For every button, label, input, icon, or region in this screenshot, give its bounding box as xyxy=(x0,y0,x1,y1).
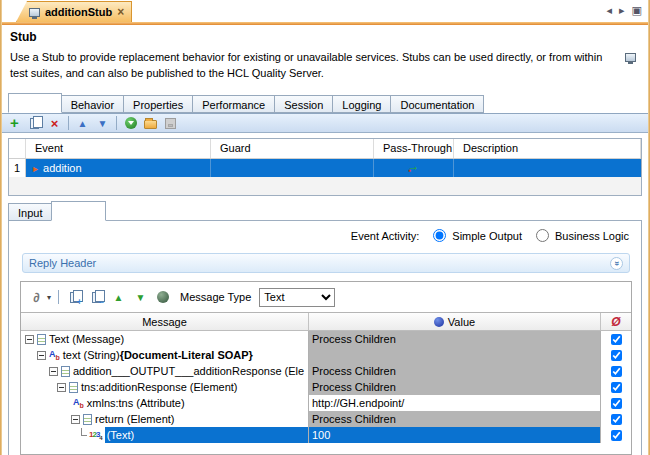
row-number-header xyxy=(9,139,26,158)
tab-events[interactable]: Events xyxy=(8,93,62,113)
refresh-button[interactable] xyxy=(154,289,171,305)
include-checkbox[interactable] xyxy=(611,398,622,409)
paste-add-icon: + xyxy=(70,292,79,303)
nav-back-icon[interactable]: ◂ xyxy=(607,3,613,17)
toolbar-separator xyxy=(58,290,59,304)
folder-icon xyxy=(144,120,157,129)
event-row-addition[interactable]: 1 ▸ addition → ▪ xyxy=(9,159,641,177)
tab-session[interactable]: Session xyxy=(274,95,333,113)
reply-header-section[interactable]: Reply Header » xyxy=(22,253,630,273)
delete-event-button[interactable]: × xyxy=(46,115,63,131)
tab-performance[interactable]: Performance xyxy=(192,95,275,113)
include-checkbox[interactable] xyxy=(611,382,622,393)
stub-icon xyxy=(29,8,40,17)
message-row-return[interactable]: return (Element) Process Children xyxy=(21,411,631,427)
element-node-icon xyxy=(61,366,70,377)
business-logic-radio[interactable] xyxy=(536,229,549,242)
collapse-toggle-icon[interactable] xyxy=(49,367,58,376)
move-field-up-button[interactable]: ▲ xyxy=(110,289,127,305)
include-checkbox[interactable] xyxy=(611,350,622,361)
tab-behavior[interactable]: Behavior xyxy=(61,95,124,113)
collapse-toggle-icon[interactable] xyxy=(37,351,46,360)
paste-add-button[interactable]: + xyxy=(66,289,83,305)
element-node-icon xyxy=(69,382,78,393)
copy-message-icon: − xyxy=(92,292,101,303)
window-list-icon[interactable]: ▣ xyxy=(632,3,642,17)
package-button[interactable] xyxy=(142,115,159,131)
column-event[interactable]: Event xyxy=(26,139,211,158)
save-icon xyxy=(165,118,176,129)
caret-down-icon[interactable]: ▾ xyxy=(47,293,51,302)
page-title: Stub xyxy=(10,30,37,44)
column-filter[interactable]: Ø xyxy=(601,313,631,330)
tab-properties[interactable]: Properties xyxy=(123,95,193,113)
tab-addition-stub[interactable]: additionStub × xyxy=(16,1,132,22)
reply-header-label: Reply Header xyxy=(29,257,96,269)
pass-through-cell[interactable]: → ▪ xyxy=(374,159,454,177)
guard-cell xyxy=(211,159,374,177)
message-row-text-message[interactable]: Text (Message) Process Children xyxy=(21,331,631,347)
collapse-toggle-icon[interactable] xyxy=(25,335,34,344)
include-checkbox[interactable] xyxy=(611,366,622,377)
green-up-icon: ▲ xyxy=(114,292,124,303)
tab-input[interactable]: Input xyxy=(8,203,52,221)
message-row-addition-output[interactable]: addition___OUTPUT___additionResponse (El… xyxy=(21,363,631,379)
collapse-toggle-icon[interactable] xyxy=(57,383,66,392)
tab-documentation[interactable]: Documentation xyxy=(390,95,484,113)
sub-tab-strip: Input Activity xyxy=(8,201,105,221)
copy-message-button[interactable]: − xyxy=(88,289,105,305)
column-pass-through[interactable]: Pass-Through xyxy=(374,139,454,158)
tab-activity[interactable]: Activity xyxy=(51,201,106,221)
value-cell-selected[interactable]: 100 xyxy=(309,427,601,443)
column-guard[interactable]: Guard xyxy=(211,139,374,158)
value-cell[interactable]: http://GH.endpoint/ xyxy=(309,395,601,411)
value-cell[interactable]: Process Children xyxy=(309,363,601,379)
value-cell[interactable]: Process Children xyxy=(309,379,601,395)
value-cell[interactable]: Process Children xyxy=(309,411,601,427)
move-down-button[interactable]: ▼ xyxy=(94,115,111,131)
string-type-icon: Ab xyxy=(49,349,60,361)
move-up-button[interactable]: ▲ xyxy=(74,115,91,131)
simple-output-label[interactable]: Simple Output xyxy=(452,230,522,242)
message-row-text-value[interactable]: 1234 (Text) 100 xyxy=(21,427,631,443)
node-label: Text (Message) xyxy=(49,333,124,345)
green-down-icon: ▼ xyxy=(136,292,146,303)
tab-logging[interactable]: Logging xyxy=(332,95,391,113)
message-row-xmlns-tns[interactable]: Ab xmlns:tns (Attribute) http://GH.endpo… xyxy=(21,395,631,411)
nav-forward-icon[interactable]: ▸ xyxy=(619,3,625,17)
message-row-text-string[interactable]: Ab text (String) {Document-Literal SOAP} xyxy=(21,347,631,363)
number-type-icon: 1234 xyxy=(89,430,102,441)
record-button[interactable] xyxy=(122,115,139,131)
add-event-button[interactable]: + xyxy=(6,115,23,131)
tree-connector xyxy=(81,428,87,436)
description-line1: Use a Stub to provide replacement behavi… xyxy=(10,51,602,63)
delete-icon: × xyxy=(51,116,59,131)
attach-menu-button[interactable]: ∂ xyxy=(28,289,45,305)
column-message[interactable]: Message xyxy=(21,313,309,330)
pass-through-icon: → ▪ xyxy=(407,162,421,174)
expand-section-button[interactable]: » xyxy=(610,257,623,270)
include-checkbox[interactable] xyxy=(611,430,622,441)
message-row-tns-addition-response[interactable]: tns:additionResponse (Element) Process C… xyxy=(21,379,631,395)
column-description[interactable]: Description xyxy=(454,139,641,158)
copy-event-button[interactable] xyxy=(26,115,43,131)
description-line2: test suites, and can also be published t… xyxy=(10,67,324,79)
message-type-select[interactable]: Text xyxy=(259,288,335,307)
simple-output-radio[interactable] xyxy=(433,229,446,242)
value-cell[interactable] xyxy=(309,347,601,363)
move-field-down-button[interactable]: ▼ xyxy=(132,289,149,305)
chevron-down-icon: » xyxy=(612,260,621,265)
tab-title: additionStub xyxy=(45,6,112,18)
close-icon[interactable]: × xyxy=(117,5,124,19)
include-checkbox[interactable] xyxy=(611,414,622,425)
activity-panel: Event Activity: Simple Output Business L… xyxy=(8,220,642,455)
message-toolbar: ∂ ▾ + − ▲ ▼ Message Type Text xyxy=(21,282,631,313)
event-chevron-icon: ▸ xyxy=(33,163,38,174)
collapse-toggle-icon[interactable] xyxy=(71,415,80,424)
add-icon: + xyxy=(10,116,19,130)
include-checkbox[interactable] xyxy=(611,334,622,345)
value-cell[interactable]: Process Children xyxy=(309,331,601,347)
column-value[interactable]: Value xyxy=(309,313,601,330)
node-label-selected: (Text) xyxy=(105,427,308,443)
business-logic-label[interactable]: Business Logic xyxy=(555,230,629,242)
